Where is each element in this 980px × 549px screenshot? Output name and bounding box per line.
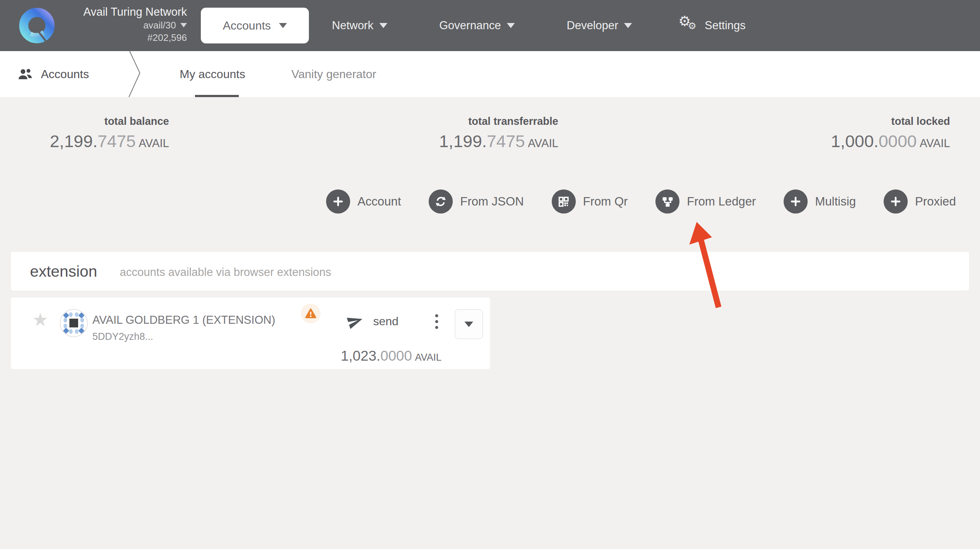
from-qr-button[interactable]: From Qr xyxy=(552,189,628,213)
balance-int: 1,023. xyxy=(340,348,380,364)
nav-governance-label: Governance xyxy=(439,19,501,32)
balance-unit: AVAIL xyxy=(139,137,169,150)
summary-value: 2,199.7475AVAIL xyxy=(50,131,169,151)
section-label: Accounts xyxy=(41,67,89,81)
summary-label: total locked xyxy=(830,115,950,127)
balance-unit: AVAIL xyxy=(920,137,950,150)
chain-spec-row[interactable]: avail/30 xyxy=(59,19,187,32)
extension-group-subtitle: accounts available via browser extension… xyxy=(120,266,331,279)
chevron-down-icon xyxy=(507,23,515,28)
plus-icon xyxy=(326,189,350,213)
balance-frac: 7475 xyxy=(97,131,136,151)
summary-total-locked: total locked 1,000.0000AVAIL xyxy=(830,115,950,151)
from-ledger-button[interactable]: From Ledger xyxy=(655,189,756,213)
add-account-label: Account xyxy=(358,194,401,208)
extension-group-panel: extension accounts available via browser… xyxy=(11,252,969,291)
tab-my-accounts[interactable]: My accounts xyxy=(180,51,245,97)
qr-code-icon xyxy=(552,189,576,213)
nav-accounts-label: Accounts xyxy=(223,19,271,32)
block-number: #202,596 xyxy=(59,32,187,44)
paper-plane-icon xyxy=(345,310,366,332)
chain-spec: avail/30 xyxy=(143,19,176,32)
add-multisig-button[interactable]: Multisig xyxy=(784,189,856,213)
account-identicon[interactable] xyxy=(59,309,88,337)
plus-icon xyxy=(884,189,908,213)
nav-settings-label: Settings xyxy=(705,19,746,32)
avail-logo-icon[interactable] xyxy=(19,8,55,43)
from-json-button[interactable]: From JSON xyxy=(429,189,523,213)
warning-triangle-icon xyxy=(305,308,317,319)
account-actions-toolbar: Account From JSON xyxy=(326,189,956,213)
extension-group-title: extension xyxy=(30,263,97,280)
balance-int: 1,199. xyxy=(439,131,487,151)
more-options-ellipsis-icon[interactable] xyxy=(435,314,438,329)
from-qr-label: From Qr xyxy=(583,194,628,208)
add-proxied-button[interactable]: Proxied xyxy=(884,189,956,213)
add-proxied-label: Proxied xyxy=(915,194,956,208)
balance-frac: 0000 xyxy=(878,131,917,151)
chain-name: Avail Turing Network xyxy=(59,5,187,19)
summary-total-balance: total balance 2,199.7475AVAIL xyxy=(50,115,169,151)
expand-details-button[interactable] xyxy=(455,309,483,339)
nav-network-label: Network xyxy=(332,19,374,32)
balance-unit: AVAIL xyxy=(415,352,441,363)
warning-badge[interactable] xyxy=(301,304,321,323)
summary-value: 1,000.0000AVAIL xyxy=(830,131,950,151)
users-icon xyxy=(18,68,33,80)
add-multisig-label: Multisig xyxy=(815,194,856,208)
chain-info: Avail Turing Network avail/30 #202,596 xyxy=(59,5,187,44)
account-balance: 1,023.0000AVAIL xyxy=(340,348,441,364)
tab-vanity-label: Vanity generator xyxy=(291,67,376,81)
tab-my-accounts-label: My accounts xyxy=(180,67,245,81)
balance-int: 1,000. xyxy=(830,131,878,151)
sitemap-icon xyxy=(655,189,679,213)
from-ledger-label: From Ledger xyxy=(687,194,756,208)
account-name[interactable]: AVAIL GOLDBERG 1 (EXTENSION) xyxy=(92,313,275,327)
section-divider xyxy=(126,51,142,97)
account-address[interactable]: 5DDY2yzh8... xyxy=(92,331,153,342)
summary-total-transferrable: total transferrable 1,199.7475AVAIL xyxy=(439,115,558,151)
nav-item-accounts-active[interactable]: Accounts xyxy=(201,8,309,43)
balance-unit: AVAIL xyxy=(528,137,558,150)
favorite-star-icon[interactable]: ★ xyxy=(32,310,49,329)
account-card: ★ AVAIL GOLDBERG 1 (EXTENSIO xyxy=(11,298,490,369)
active-tab-underline xyxy=(195,95,239,97)
chevron-down-icon xyxy=(624,23,632,28)
chevron-down-icon xyxy=(180,23,187,27)
send-button[interactable]: send xyxy=(347,313,398,329)
nav-item-settings[interactable]: ⚙ ⚙ Settings xyxy=(678,0,746,51)
accounts-page: Avail Turing Network avail/30 #202,596 A… xyxy=(0,0,980,549)
chevron-down-icon xyxy=(279,23,287,28)
balance-frac: 7475 xyxy=(487,131,525,151)
top-header: Avail Turing Network avail/30 #202,596 A… xyxy=(0,0,980,51)
chevron-down-icon xyxy=(465,321,473,327)
from-json-label: From JSON xyxy=(460,194,523,208)
gear-icon: ⚙ ⚙ xyxy=(678,15,699,36)
nav-item-network[interactable]: Network xyxy=(332,0,387,51)
nav-item-developer[interactable]: Developer xyxy=(567,0,632,51)
balance-frac: 0000 xyxy=(380,348,412,364)
section-accounts: Accounts xyxy=(18,51,89,97)
nav-developer-label: Developer xyxy=(567,19,618,32)
sub-navigation: Accounts My accounts Vanity generator xyxy=(0,51,980,97)
tab-vanity-generator[interactable]: Vanity generator xyxy=(291,51,376,97)
summary-label: total transferrable xyxy=(439,115,558,127)
chevron-down-icon xyxy=(379,23,387,28)
sync-icon xyxy=(429,189,453,213)
add-account-button[interactable]: Account xyxy=(326,189,401,213)
summary-label: total balance xyxy=(50,115,169,127)
send-label: send xyxy=(373,315,398,328)
balance-int: 2,199. xyxy=(50,131,97,151)
summary-value: 1,199.7475AVAIL xyxy=(439,131,558,151)
nav-item-governance[interactable]: Governance xyxy=(439,0,515,51)
plus-icon xyxy=(784,189,808,213)
